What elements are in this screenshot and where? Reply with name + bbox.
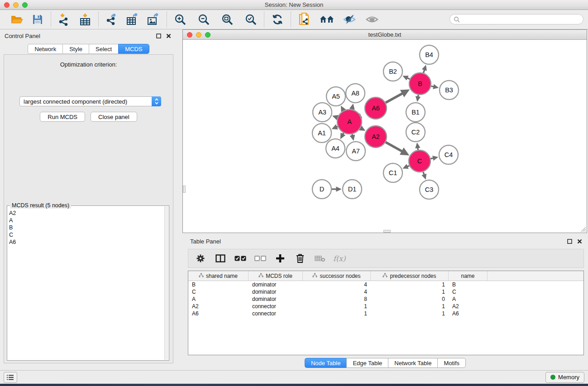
table-cell[interactable]: 1 — [371, 303, 449, 310]
column-header-predecessor-nodes[interactable]: predecessor nodes — [371, 271, 449, 281]
horizontal-scroll-indicator[interactable] — [383, 230, 391, 233]
table-cell[interactable]: 1 — [371, 281, 449, 288]
save-session-icon[interactable] — [29, 12, 46, 27]
edge-B-B2[interactable] — [407, 78, 410, 79]
zoom-selected-icon[interactable] — [242, 12, 259, 27]
result-scrollbar[interactable] — [164, 206, 168, 360]
close-panel-button[interactable]: Close panel — [91, 112, 137, 122]
float-panel-icon[interactable] — [154, 32, 163, 40]
table-cell[interactable]: 8 — [303, 295, 371, 303]
delete-icon[interactable] — [293, 252, 307, 265]
tab-edge-table[interactable]: Edge Table — [346, 358, 388, 368]
column-header-successor-nodes[interactable]: successor nodes — [303, 271, 371, 281]
node-D[interactable]: D — [312, 180, 331, 199]
node-A3[interactable]: A3 — [313, 103, 332, 122]
export-image-icon[interactable] — [145, 12, 162, 27]
gear-icon[interactable] — [194, 252, 207, 265]
export-table-icon[interactable] — [124, 12, 141, 27]
run-mcds-button[interactable]: Run MCDS — [40, 112, 85, 122]
node-D1[interactable]: D1 — [343, 180, 362, 199]
close-panel-icon[interactable] — [164, 32, 172, 40]
zoom-fit-icon[interactable] — [219, 12, 236, 27]
table-cell[interactable]: A2 — [449, 303, 488, 310]
node-A1[interactable]: A1 — [312, 124, 331, 143]
import-table-icon[interactable] — [76, 12, 94, 27]
table-cell[interactable]: dominator — [249, 281, 303, 288]
result-item[interactable]: B — [9, 224, 164, 231]
add-column-icon[interactable] — [273, 252, 287, 265]
split-columns-icon[interactable] — [214, 252, 227, 265]
show-all-icon[interactable] — [363, 12, 381, 27]
network-close-button[interactable] — [187, 32, 192, 38]
edge-B-B4[interactable] — [423, 70, 424, 73]
table-cell[interactable]: A2 — [188, 303, 249, 310]
edge-B-B3[interactable] — [431, 86, 434, 86]
table-cell[interactable]: 4 — [303, 281, 371, 288]
node-A7[interactable]: A7 — [346, 142, 365, 161]
tab-node-table[interactable]: Node Table — [305, 358, 347, 368]
table-row[interactable]: Bdominator41B — [188, 281, 583, 288]
close-window-button[interactable] — [4, 2, 10, 8]
node-B4[interactable]: B4 — [420, 45, 439, 64]
open-folder-icon[interactable] — [8, 12, 25, 27]
table-cell[interactable]: C — [188, 288, 249, 295]
node-C1[interactable]: C1 — [383, 163, 402, 182]
table-cell[interactable]: dominator — [249, 288, 303, 295]
table-cell[interactable]: connector — [249, 303, 303, 310]
table-cell[interactable]: 4 — [303, 288, 371, 295]
tab-select[interactable]: Select — [89, 44, 118, 54]
edge-C-C2[interactable] — [418, 148, 418, 150]
table-close-panel-icon[interactable] — [575, 237, 583, 245]
column-header-shared-name[interactable]: shared name — [188, 271, 249, 281]
node-A8[interactable]: A8 — [346, 84, 365, 103]
edge-A2-C[interactable] — [386, 142, 402, 152]
resize-grip-icon[interactable] — [580, 226, 586, 232]
result-item[interactable]: A2 — [9, 210, 164, 217]
table-cell[interactable]: C — [449, 288, 488, 295]
vertical-scroll-indicator[interactable] — [183, 186, 186, 193]
table-cell[interactable]: A6 — [188, 310, 249, 317]
result-item[interactable]: A — [9, 217, 164, 224]
node-B2[interactable]: B2 — [383, 62, 402, 81]
function-builder-icon[interactable]: f(x) — [333, 252, 345, 265]
node-C[interactable]: C — [409, 150, 430, 172]
table-cell[interactable]: B — [449, 281, 488, 288]
table-cell[interactable]: A — [188, 295, 249, 303]
edge-A-A7[interactable] — [352, 134, 353, 136]
node-C2[interactable]: C2 — [406, 123, 425, 142]
column-header-MCDS-role[interactable]: MCDS role — [249, 271, 303, 281]
select-all-checkboxes-icon[interactable] — [234, 252, 247, 265]
network-minimize-button[interactable] — [196, 32, 201, 38]
network-window-titlebar[interactable]: testGlobe.txt — [183, 30, 587, 40]
table-cell[interactable]: A — [449, 295, 488, 303]
zoom-out-icon[interactable] — [195, 12, 212, 27]
edge-C-C3[interactable] — [423, 172, 424, 175]
search-input[interactable] — [460, 14, 583, 24]
table-cell[interactable]: 1 — [303, 310, 371, 317]
mcds-result-list[interactable]: A2ABCA6 — [9, 210, 164, 359]
tab-mcds[interactable]: MCDS — [118, 44, 149, 54]
node-A4[interactable]: A4 — [326, 139, 345, 158]
table-cell[interactable]: connector — [249, 310, 303, 317]
table-cell[interactable]: B — [188, 281, 249, 288]
task-history-button[interactable] — [4, 372, 17, 383]
edge-A-A1[interactable] — [336, 127, 338, 127]
network-maximize-button[interactable] — [205, 32, 210, 38]
delete-table-icon[interactable] — [313, 252, 327, 265]
node-C4[interactable]: C4 — [439, 145, 458, 164]
result-item[interactable]: A6 — [9, 238, 164, 246]
table-row[interactable]: Adominator80A — [188, 295, 583, 303]
minimize-window-button[interactable] — [13, 2, 19, 8]
edge-A-A4[interactable] — [343, 133, 344, 134]
import-network-icon[interactable] — [56, 12, 73, 27]
result-item[interactable]: C — [9, 231, 164, 238]
criterion-dropdown[interactable]: largest connected component (directed) — [19, 96, 161, 106]
deselect-all-checkboxes-icon[interactable] — [253, 252, 267, 265]
table-row[interactable]: A6connector11A6 — [188, 310, 583, 317]
export-network-icon[interactable] — [103, 12, 120, 27]
table-cell[interactable]: 1 — [303, 303, 371, 310]
table-float-panel-icon[interactable] — [565, 237, 574, 245]
memory-button[interactable]: Memory — [545, 372, 584, 383]
tab-style[interactable]: Style — [62, 44, 89, 54]
hide-selected-icon[interactable] — [341, 12, 358, 27]
